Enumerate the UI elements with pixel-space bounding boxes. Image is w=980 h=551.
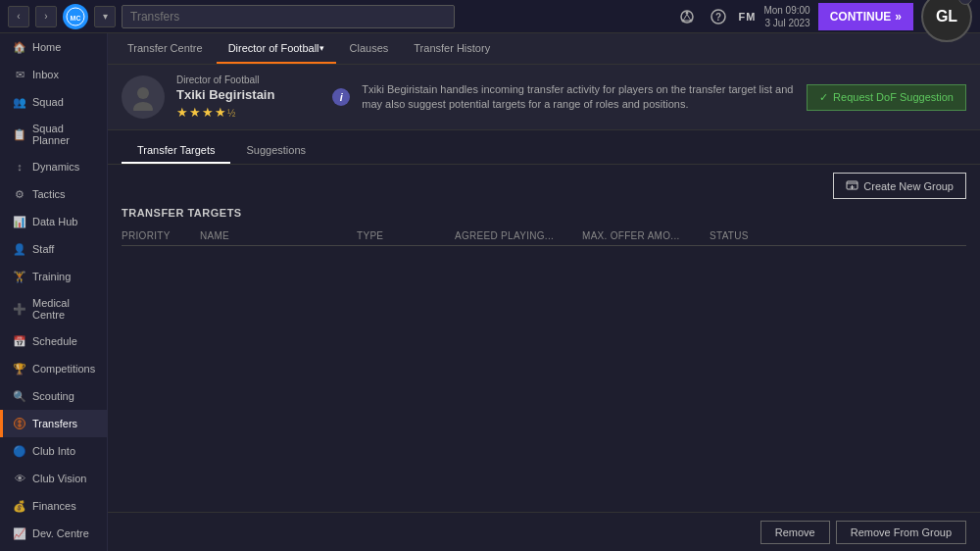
forward-button[interactable]: › — [35, 6, 57, 27]
sub-nav: Transfer Centre Director of Football Cla… — [108, 33, 980, 65]
dof-name: Txiki Begiristain — [176, 87, 320, 102]
remove-from-group-button[interactable]: Remove From Group — [836, 521, 966, 544]
folder-plus-icon — [846, 178, 858, 193]
sidebar-item-label: Staff — [32, 243, 54, 255]
sidebar-item-competitions[interactable]: 🏆 Competitions — [0, 355, 107, 382]
tactics-icon: ⚙ — [13, 187, 26, 201]
sidebar-item-label: Home — [32, 41, 61, 53]
subnav-transfer-history[interactable]: Transfer History — [402, 33, 502, 64]
date-time: Mon 09:00 3 Jul 2023 — [763, 4, 809, 29]
fm-badge: FM — [738, 11, 756, 23]
table-section: Create New Group TRANSFER TARGETS PRIORI… — [108, 165, 980, 512]
help-icon-btn[interactable]: ? — [707, 5, 730, 28]
sidebar-item-squad-planner[interactable]: 📋 Squad Planner — [0, 116, 107, 153]
sidebar-item-inbox[interactable]: ✉ Inbox — [0, 61, 107, 88]
create-group-row: Create New Group — [122, 173, 966, 199]
sidebar-item-finances[interactable]: 💰 Finances — [0, 492, 107, 520]
svg-text:MC: MC — [71, 15, 81, 22]
dynamics-icon: ↕ — [13, 160, 26, 174]
sidebar-item-staff[interactable]: 👤 Staff — [0, 235, 107, 263]
gl-plus-icon: + — [958, 0, 972, 5]
sidebar-item-label: Squad — [32, 96, 64, 108]
sidebar-item-tactics[interactable]: ⚙ Tactics — [0, 180, 107, 208]
section-title: TRANSFER TARGETS — [122, 207, 966, 219]
svg-point-12 — [137, 87, 149, 99]
squad-icon: 👥 — [13, 95, 26, 109]
finances-icon: 💰 — [13, 499, 26, 513]
sidebar-item-dev-centre[interactable]: 📈 Dev. Centre — [0, 520, 107, 547]
content-area: Transfer Centre Director of Football Cla… — [108, 33, 980, 551]
search-input[interactable] — [122, 5, 455, 28]
data-hub-icon: 📊 — [13, 215, 26, 228]
col-status: STATUS — [710, 230, 808, 241]
dev-centre-icon: 📈 — [13, 526, 26, 540]
top-bar-left: ‹ › MC ▾ — [8, 4, 455, 29]
main-layout: 🏠 Home ✉ Inbox 👥 Squad 📋 Squad Planner ↕… — [0, 33, 980, 551]
top-bar: ‹ › MC ▾ ? — [0, 0, 980, 33]
sidebar-item-label: Tactics — [32, 188, 66, 200]
remove-button[interactable]: Remove — [760, 521, 830, 544]
bottom-bar: Remove Remove From Group — [108, 512, 980, 551]
svg-line-6 — [684, 14, 687, 19]
sidebar-item-medical-centre[interactable]: ➕ Medical Centre — [0, 290, 107, 327]
club-vision-icon: 👁 — [13, 472, 26, 485]
sidebar-item-home[interactable]: 🏠 Home — [0, 33, 107, 61]
sidebar-item-scouting[interactable]: 🔍 Scouting — [0, 382, 107, 410]
create-new-group-button[interactable]: Create New Group — [833, 173, 966, 199]
date-display: 3 Jul 2023 — [763, 17, 809, 29]
schedule-icon: 📅 — [13, 334, 26, 348]
sidebar-item-report-bug[interactable]: 🐛 Report Bug — [0, 547, 107, 551]
squad-planner-icon: 📋 — [13, 127, 26, 141]
time-display: Mon 09:00 — [763, 4, 809, 17]
team-badge: MC — [63, 4, 88, 29]
sidebar-item-label: Club Vision — [32, 473, 86, 484]
col-priority: PRIORITY — [122, 230, 200, 241]
request-dof-suggestion-button[interactable]: ✓ Request DoF Suggestion — [807, 84, 966, 111]
continue-arrow-icon: » — [895, 10, 902, 24]
home-icon: 🏠 — [13, 40, 26, 54]
scouting-icon: 🔍 — [13, 389, 26, 403]
network-icon-btn[interactable] — [675, 5, 699, 28]
team-dropdown-button[interactable]: ▾ — [94, 6, 116, 27]
sidebar-item-label: Dynamics — [32, 161, 79, 173]
svg-line-7 — [687, 14, 690, 19]
dof-stars: ★★★★½ — [176, 105, 320, 120]
svg-point-3 — [686, 11, 689, 14]
dof-title: Director of Football — [176, 75, 320, 85]
dof-info: Director of Football Txiki Begiristain ★… — [176, 75, 320, 120]
col-agreed-playing: AGREED PLAYING... — [455, 230, 582, 241]
col-max-offer: MAX. OFFER AMO... — [582, 230, 710, 241]
back-button[interactable]: ‹ — [8, 6, 29, 27]
sidebar-item-label: Competitions — [32, 363, 95, 375]
club-into-icon: 🔵 — [13, 444, 26, 458]
subnav-clauses[interactable]: Clauses — [338, 33, 401, 64]
sidebar-item-training[interactable]: 🏋 Training — [0, 263, 107, 290]
sidebar-item-label: Scouting — [32, 390, 74, 402]
sidebar-item-transfers[interactable]: Transfers — [0, 410, 107, 437]
dof-info-icon: i — [332, 88, 350, 106]
sidebar-item-squad[interactable]: 👥 Squad — [0, 88, 107, 116]
tab-transfer-targets[interactable]: Transfer Targets — [122, 138, 230, 164]
training-icon: 🏋 — [13, 270, 26, 283]
sidebar-item-schedule[interactable]: 📅 Schedule — [0, 327, 107, 355]
tabs-row: Transfer Targets Suggestions — [108, 130, 980, 165]
sidebar-item-label: Training — [32, 271, 71, 282]
svg-text:?: ? — [715, 12, 721, 23]
sidebar-item-dynamics[interactable]: ↕ Dynamics — [0, 153, 107, 180]
inbox-icon: ✉ — [13, 68, 26, 81]
dof-description: Txiki Begiristain handles incoming trans… — [362, 82, 795, 113]
tab-suggestions[interactable]: Suggestions — [230, 138, 321, 164]
sidebar-item-label: Transfers — [32, 418, 77, 429]
continue-button[interactable]: CONTINUE » — [818, 3, 913, 30]
staff-icon: 👤 — [13, 242, 26, 256]
sidebar-item-label: Squad Planner — [32, 123, 97, 146]
sidebar-item-club-into[interactable]: 🔵 Club Into — [0, 437, 107, 465]
subnav-transfer-centre[interactable]: Transfer Centre — [116, 33, 215, 64]
table-header: PRIORITY NAME TYPE AGREED PLAYING... MAX… — [122, 226, 966, 246]
subnav-director-of-football[interactable]: Director of Football — [217, 33, 336, 64]
sidebar-item-club-vision[interactable]: 👁 Club Vision — [0, 465, 107, 492]
competitions-icon: 🏆 — [13, 362, 26, 376]
svg-point-13 — [133, 102, 153, 111]
sidebar: 🏠 Home ✉ Inbox 👥 Squad 📋 Squad Planner ↕… — [0, 33, 108, 551]
sidebar-item-data-hub[interactable]: 📊 Data Hub — [0, 208, 107, 235]
